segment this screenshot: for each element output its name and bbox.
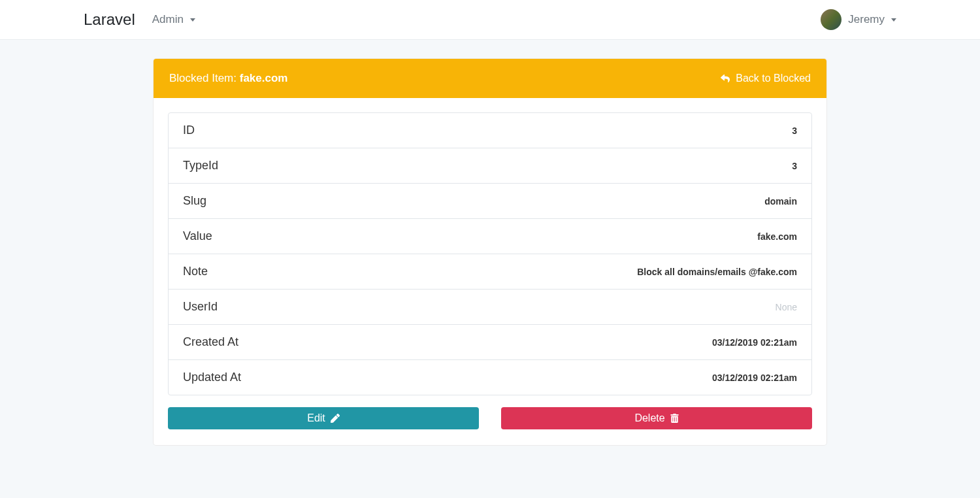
detail-value: fake.com: [757, 231, 797, 242]
card-title: Blocked Item: fake.com: [169, 72, 287, 85]
admin-label: Admin: [152, 13, 184, 26]
detail-row: UserIdNone: [169, 290, 811, 325]
detail-label: Note: [183, 265, 208, 278]
brand[interactable]: Laravel: [84, 10, 135, 29]
detail-value: 03/12/2019 02:21am: [712, 337, 797, 348]
detail-label: UserId: [183, 300, 218, 314]
back-label: Back to Blocked: [736, 73, 811, 84]
reply-icon: [720, 74, 730, 83]
detail-value: None: [776, 302, 797, 312]
edit-label: Edit: [307, 412, 325, 424]
caret-down-icon: [190, 18, 195, 22]
caret-down-icon: [891, 18, 896, 22]
detail-row: Created At03/12/2019 02:21am: [169, 325, 811, 360]
back-to-blocked-link[interactable]: Back to Blocked: [720, 73, 811, 84]
edit-button[interactable]: Edit: [168, 407, 479, 429]
detail-row: ID3: [169, 113, 811, 148]
detail-label: TypeId: [183, 159, 218, 173]
delete-label: Delete: [634, 412, 664, 424]
detail-value: 3: [792, 161, 797, 171]
detail-label: Slug: [183, 194, 206, 208]
detail-value: domain: [764, 196, 797, 207]
detail-label: Updated At: [183, 371, 241, 384]
delete-button[interactable]: Delete: [501, 407, 812, 429]
blocked-item-card: Blocked Item: fake.com Back to Blocked I…: [153, 58, 827, 446]
detail-label: Created At: [183, 335, 238, 349]
user-dropdown[interactable]: Jeremy: [848, 13, 896, 26]
detail-value: 3: [792, 125, 797, 136]
detail-label: Value: [183, 229, 212, 243]
avatar[interactable]: [821, 9, 841, 30]
pencil-icon: [331, 414, 340, 423]
user-name: Jeremy: [848, 13, 885, 26]
navbar: Laravel Admin Jeremy: [0, 0, 980, 40]
detail-row: NoteBlock all domains/emails @fake.com: [169, 254, 811, 290]
detail-row: TypeId3: [169, 148, 811, 184]
title-value: fake.com: [240, 72, 288, 84]
detail-list: ID3TypeId3SlugdomainValuefake.comNoteBlo…: [168, 112, 812, 395]
detail-label: ID: [183, 124, 195, 137]
trash-icon: [670, 414, 679, 423]
detail-value: Block all domains/emails @fake.com: [637, 267, 797, 277]
detail-row: Slugdomain: [169, 184, 811, 219]
admin-dropdown[interactable]: Admin: [152, 13, 195, 26]
card-header: Blocked Item: fake.com Back to Blocked: [154, 59, 826, 98]
detail-value: 03/12/2019 02:21am: [712, 373, 797, 383]
detail-row: Updated At03/12/2019 02:21am: [169, 360, 811, 395]
detail-row: Valuefake.com: [169, 219, 811, 254]
title-prefix: Blocked Item:: [169, 72, 240, 84]
